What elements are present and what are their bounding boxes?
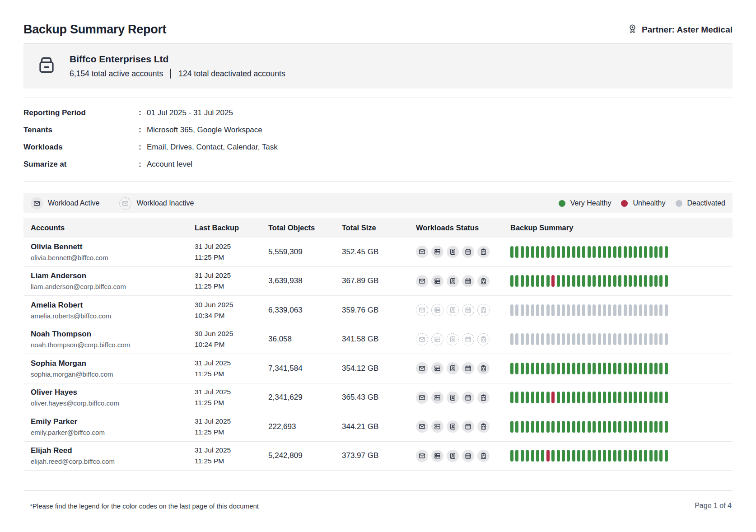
workloads-status-cell [416,450,510,462]
task-icon [477,392,490,404]
total-size-value: 359.76 GB [342,306,416,315]
backup-day-bar [562,363,565,374]
backup-day-bar [515,333,518,345]
calendar-icon [462,304,474,316]
column-header-backup-summary: Backup Summary [510,224,733,232]
last-backup-cell: 31 Jul 2025 11:25 PM [195,416,268,438]
table-row: Noah Thompson noah.thompson@corp.biffco.… [23,325,733,355]
backup-day-bar [665,421,668,433]
backup-day-bar [649,333,653,345]
backup-day-bar [634,333,637,345]
backup-day-bar [526,450,529,462]
legend-bar: Workload Active Workload Inactive Very H… [23,193,733,213]
backup-day-bar [665,275,668,287]
backup-day-bar [649,421,653,433]
backup-day-bar [562,275,565,287]
account-cell: Elijah Reed elijah.reed@corp.biffco.com [31,446,195,465]
backup-day-bar [521,304,524,316]
account-name: Noah Thompson [31,330,195,339]
backup-day-bar [659,275,663,287]
backup-summary-bars [510,333,733,345]
total-size-value: 367.89 GB [342,276,416,285]
backup-day-bar [510,363,513,374]
backup-day-bar [531,246,534,258]
backup-day-bar [551,333,555,345]
last-backup-time: 10:34 PM [195,310,268,321]
email-icon [416,275,428,287]
backup-day-bar [536,392,539,403]
meta-value: Microsoft 365, Google Workspace [147,126,733,135]
backup-day-bar [665,333,668,345]
drives-icon [431,450,443,462]
report-meta: Reporting Period : 01 Jul 2025 - 31 Jul … [23,104,733,173]
backup-day-bar [582,392,585,403]
backup-day-bar [644,363,647,374]
column-header-total-objects: Total Objects [268,224,342,232]
backup-day-bar [654,363,658,374]
email-icon [416,246,428,258]
backup-day-bar [557,304,560,316]
meta-colon: : [139,108,147,117]
backup-day-bar [521,246,524,258]
account-name: Oliver Hayes [31,388,195,397]
backup-day-bar [515,304,518,316]
backup-day-bar [629,392,632,403]
backup-day-bar [515,246,518,258]
meta-value: 01 Jul 2025 - 31 Jul 2025 [147,108,733,117]
calendar-icon [462,450,474,462]
calendar-icon [462,275,474,287]
backup-day-bar [577,275,580,287]
backup-day-bar [536,421,539,433]
backup-day-bar [526,421,529,433]
backup-day-bar [593,246,596,258]
total-size-value: 344.21 GB [342,422,416,431]
backup-day-bar [588,333,591,345]
legend-label: Deactivated [687,199,726,207]
backup-day-bar [665,304,668,316]
backup-day-bar [551,421,555,433]
backup-day-bar [521,450,524,462]
backup-day-bar [634,450,637,462]
backup-day-bar [644,392,647,403]
backup-day-bar [510,333,513,345]
last-backup-date: 31 Jul 2025 [195,387,268,397]
backup-day-bar [603,304,606,316]
workloads-status-cell [416,304,510,316]
legend-label: Unhealthy [633,199,665,207]
contact-icon [447,304,459,316]
backup-day-bar [613,333,616,345]
backup-day-bar [515,275,518,287]
backup-day-bar [659,363,663,374]
backup-day-bar [603,392,606,403]
backup-day-bar [644,275,647,287]
unhealthy-dot-icon [621,200,628,207]
drives-icon [431,362,443,374]
backup-day-bar [634,246,637,258]
backup-day-bar [541,421,544,433]
backup-day-bar [582,246,585,258]
backup-day-bar [562,392,565,403]
backup-day-bar [639,246,642,258]
backup-day-bar [536,304,539,316]
company-info: Biffco Enterprises Ltd 6,154 total activ… [70,54,285,79]
backup-day-bar [567,450,570,462]
legend-deactivated: Deactivated [676,199,726,207]
backup-day-bar [588,450,591,462]
backup-day-bar [618,363,621,374]
backup-day-bar [644,246,647,258]
backup-day-bar [546,450,550,462]
last-backup-time: 11:25 PM [195,369,268,379]
backup-day-bar [665,392,668,403]
calendar-icon [462,246,474,258]
backup-summary-bars [510,450,733,462]
meta-colon: : [139,126,147,135]
account-email: amelia.roberts@biffco.com [31,312,195,320]
meta-row-tenants: Tenants : Microsoft 365, Google Workspac… [23,121,733,139]
backup-day-bar [639,363,642,374]
backup-day-bar [613,421,616,433]
backup-day-bar [567,246,570,258]
email-icon [416,392,428,404]
account-cell: Emily Parker emily.parker@biffco.com [31,417,195,436]
workloads-status-cell [416,420,510,433]
calendar-icon [462,420,474,433]
